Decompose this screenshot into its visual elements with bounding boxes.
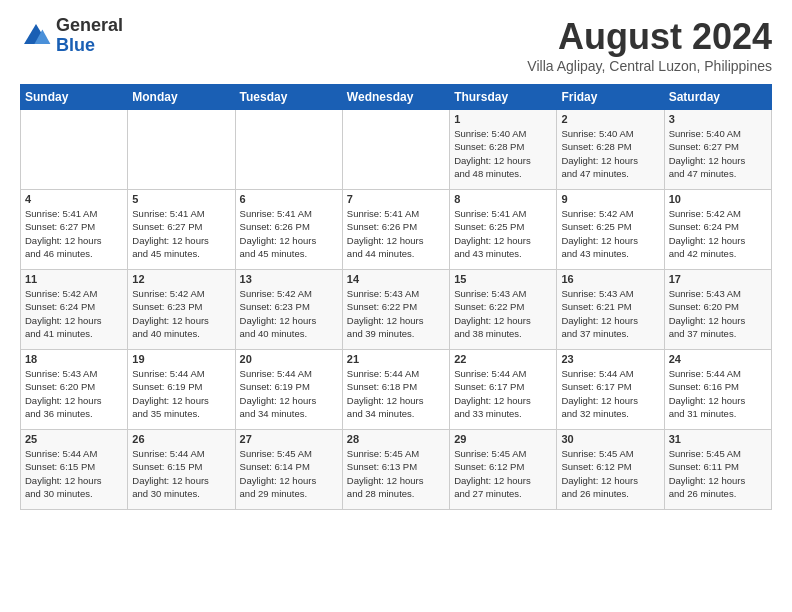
day-cell: 31Sunrise: 5:45 AM Sunset: 6:11 PM Dayli…: [664, 430, 771, 510]
week-row-2: 4Sunrise: 5:41 AM Sunset: 6:27 PM Daylig…: [21, 190, 772, 270]
day-cell: 21Sunrise: 5:44 AM Sunset: 6:18 PM Dayli…: [342, 350, 449, 430]
day-cell: 5Sunrise: 5:41 AM Sunset: 6:27 PM Daylig…: [128, 190, 235, 270]
day-number: 26: [132, 433, 230, 445]
day-info: Sunrise: 5:41 AM Sunset: 6:25 PM Dayligh…: [454, 207, 552, 260]
day-cell: 26Sunrise: 5:44 AM Sunset: 6:15 PM Dayli…: [128, 430, 235, 510]
logo: General Blue: [20, 16, 123, 56]
logo-icon: [20, 20, 52, 52]
day-cell: 29Sunrise: 5:45 AM Sunset: 6:12 PM Dayli…: [450, 430, 557, 510]
logo-line1: General: [56, 16, 123, 36]
col-header-monday: Monday: [128, 85, 235, 110]
header: General Blue August 2024 Villa Aglipay, …: [20, 16, 772, 74]
day-cell: [128, 110, 235, 190]
day-cell: 7Sunrise: 5:41 AM Sunset: 6:26 PM Daylig…: [342, 190, 449, 270]
day-info: Sunrise: 5:44 AM Sunset: 6:15 PM Dayligh…: [25, 447, 123, 500]
day-cell: 10Sunrise: 5:42 AM Sunset: 6:24 PM Dayli…: [664, 190, 771, 270]
day-cell: [21, 110, 128, 190]
col-header-saturday: Saturday: [664, 85, 771, 110]
day-number: 24: [669, 353, 767, 365]
day-number: 31: [669, 433, 767, 445]
day-info: Sunrise: 5:40 AM Sunset: 6:27 PM Dayligh…: [669, 127, 767, 180]
day-info: Sunrise: 5:45 AM Sunset: 6:12 PM Dayligh…: [454, 447, 552, 500]
page: General Blue August 2024 Villa Aglipay, …: [0, 0, 792, 612]
day-info: Sunrise: 5:44 AM Sunset: 6:15 PM Dayligh…: [132, 447, 230, 500]
day-cell: 11Sunrise: 5:42 AM Sunset: 6:24 PM Dayli…: [21, 270, 128, 350]
day-info: Sunrise: 5:41 AM Sunset: 6:26 PM Dayligh…: [347, 207, 445, 260]
day-cell: 22Sunrise: 5:44 AM Sunset: 6:17 PM Dayli…: [450, 350, 557, 430]
week-row-3: 11Sunrise: 5:42 AM Sunset: 6:24 PM Dayli…: [21, 270, 772, 350]
day-cell: 9Sunrise: 5:42 AM Sunset: 6:25 PM Daylig…: [557, 190, 664, 270]
day-number: 3: [669, 113, 767, 125]
calendar: SundayMondayTuesdayWednesdayThursdayFrid…: [20, 84, 772, 510]
day-cell: 30Sunrise: 5:45 AM Sunset: 6:12 PM Dayli…: [557, 430, 664, 510]
day-info: Sunrise: 5:42 AM Sunset: 6:23 PM Dayligh…: [132, 287, 230, 340]
day-cell: 23Sunrise: 5:44 AM Sunset: 6:17 PM Dayli…: [557, 350, 664, 430]
day-cell: 8Sunrise: 5:41 AM Sunset: 6:25 PM Daylig…: [450, 190, 557, 270]
day-number: 13: [240, 273, 338, 285]
day-info: Sunrise: 5:44 AM Sunset: 6:17 PM Dayligh…: [561, 367, 659, 420]
day-number: 21: [347, 353, 445, 365]
day-info: Sunrise: 5:43 AM Sunset: 6:21 PM Dayligh…: [561, 287, 659, 340]
day-cell: 4Sunrise: 5:41 AM Sunset: 6:27 PM Daylig…: [21, 190, 128, 270]
day-cell: 16Sunrise: 5:43 AM Sunset: 6:21 PM Dayli…: [557, 270, 664, 350]
day-info: Sunrise: 5:42 AM Sunset: 6:23 PM Dayligh…: [240, 287, 338, 340]
day-number: 14: [347, 273, 445, 285]
week-row-4: 18Sunrise: 5:43 AM Sunset: 6:20 PM Dayli…: [21, 350, 772, 430]
day-number: 22: [454, 353, 552, 365]
day-number: 23: [561, 353, 659, 365]
day-info: Sunrise: 5:44 AM Sunset: 6:17 PM Dayligh…: [454, 367, 552, 420]
day-cell: 27Sunrise: 5:45 AM Sunset: 6:14 PM Dayli…: [235, 430, 342, 510]
day-number: 1: [454, 113, 552, 125]
day-info: Sunrise: 5:42 AM Sunset: 6:24 PM Dayligh…: [669, 207, 767, 260]
title-section: August 2024 Villa Aglipay, Central Luzon…: [527, 16, 772, 74]
day-number: 27: [240, 433, 338, 445]
day-cell: 17Sunrise: 5:43 AM Sunset: 6:20 PM Dayli…: [664, 270, 771, 350]
day-info: Sunrise: 5:41 AM Sunset: 6:27 PM Dayligh…: [132, 207, 230, 260]
day-info: Sunrise: 5:40 AM Sunset: 6:28 PM Dayligh…: [561, 127, 659, 180]
day-cell: 28Sunrise: 5:45 AM Sunset: 6:13 PM Dayli…: [342, 430, 449, 510]
day-info: Sunrise: 5:45 AM Sunset: 6:11 PM Dayligh…: [669, 447, 767, 500]
day-cell: 25Sunrise: 5:44 AM Sunset: 6:15 PM Dayli…: [21, 430, 128, 510]
day-number: 4: [25, 193, 123, 205]
day-number: 28: [347, 433, 445, 445]
day-number: 17: [669, 273, 767, 285]
logo-text: General Blue: [56, 16, 123, 56]
day-number: 18: [25, 353, 123, 365]
day-cell: 2Sunrise: 5:40 AM Sunset: 6:28 PM Daylig…: [557, 110, 664, 190]
day-number: 9: [561, 193, 659, 205]
day-cell: 6Sunrise: 5:41 AM Sunset: 6:26 PM Daylig…: [235, 190, 342, 270]
day-number: 16: [561, 273, 659, 285]
day-number: 5: [132, 193, 230, 205]
day-info: Sunrise: 5:45 AM Sunset: 6:13 PM Dayligh…: [347, 447, 445, 500]
day-number: 2: [561, 113, 659, 125]
main-title: August 2024: [527, 16, 772, 58]
day-info: Sunrise: 5:44 AM Sunset: 6:19 PM Dayligh…: [240, 367, 338, 420]
day-cell: [235, 110, 342, 190]
week-row-1: 1Sunrise: 5:40 AM Sunset: 6:28 PM Daylig…: [21, 110, 772, 190]
day-number: 11: [25, 273, 123, 285]
day-number: 10: [669, 193, 767, 205]
subtitle: Villa Aglipay, Central Luzon, Philippine…: [527, 58, 772, 74]
day-cell: 12Sunrise: 5:42 AM Sunset: 6:23 PM Dayli…: [128, 270, 235, 350]
day-number: 8: [454, 193, 552, 205]
day-number: 30: [561, 433, 659, 445]
day-info: Sunrise: 5:40 AM Sunset: 6:28 PM Dayligh…: [454, 127, 552, 180]
day-info: Sunrise: 5:43 AM Sunset: 6:20 PM Dayligh…: [25, 367, 123, 420]
col-header-tuesday: Tuesday: [235, 85, 342, 110]
day-cell: 18Sunrise: 5:43 AM Sunset: 6:20 PM Dayli…: [21, 350, 128, 430]
day-info: Sunrise: 5:43 AM Sunset: 6:22 PM Dayligh…: [347, 287, 445, 340]
day-info: Sunrise: 5:45 AM Sunset: 6:12 PM Dayligh…: [561, 447, 659, 500]
day-cell: 24Sunrise: 5:44 AM Sunset: 6:16 PM Dayli…: [664, 350, 771, 430]
day-number: 20: [240, 353, 338, 365]
day-number: 29: [454, 433, 552, 445]
day-cell: 1Sunrise: 5:40 AM Sunset: 6:28 PM Daylig…: [450, 110, 557, 190]
day-info: Sunrise: 5:45 AM Sunset: 6:14 PM Dayligh…: [240, 447, 338, 500]
day-number: 15: [454, 273, 552, 285]
day-info: Sunrise: 5:42 AM Sunset: 6:24 PM Dayligh…: [25, 287, 123, 340]
col-header-thursday: Thursday: [450, 85, 557, 110]
day-number: 19: [132, 353, 230, 365]
day-cell: [342, 110, 449, 190]
day-info: Sunrise: 5:44 AM Sunset: 6:16 PM Dayligh…: [669, 367, 767, 420]
col-header-sunday: Sunday: [21, 85, 128, 110]
day-cell: 20Sunrise: 5:44 AM Sunset: 6:19 PM Dayli…: [235, 350, 342, 430]
